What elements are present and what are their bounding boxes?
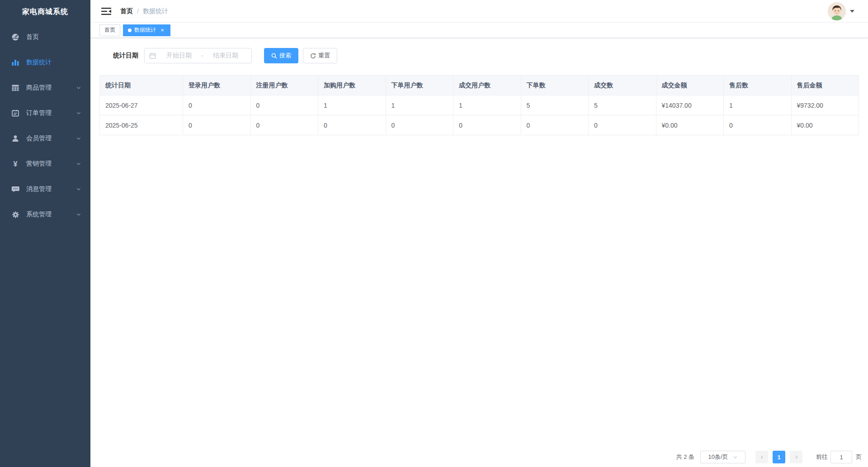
filter-form: 统计日期 开始日期 - 结束日期 搜索 (113, 48, 859, 63)
column-header: 售后金额 (791, 76, 859, 95)
close-icon[interactable]: × (159, 27, 165, 33)
next-page-button[interactable] (790, 451, 802, 463)
sidebar-item-home[interactable]: 首页 (0, 24, 90, 50)
tab-statistics[interactable]: 数据统计 × (123, 24, 170, 36)
cell-registered-users: 0 (250, 95, 318, 115)
filter-label: 统计日期 (113, 52, 138, 60)
statistics-table: 统计日期 登录用户数 注册用户数 加购用户数 下单用户数 成交用户数 下单数 成… (99, 75, 859, 135)
cell-deal-amount: ¥0.00 (656, 115, 724, 135)
page-number-button[interactable]: 1 (773, 451, 785, 463)
breadcrumb-home[interactable]: 首页 (120, 7, 133, 15)
pagination-total: 共 2 条 (676, 453, 694, 461)
sidebar-item-orders[interactable]: 订单管理 (0, 100, 90, 126)
sidebar-item-marketing[interactable]: ¥ 营销管理 (0, 151, 90, 176)
search-icon (271, 53, 277, 59)
reset-button[interactable]: 重置 (303, 48, 337, 63)
sidebar-item-system[interactable]: 系统管理 (0, 202, 90, 227)
column-header: 售后数 (724, 76, 792, 95)
breadcrumb-separator: / (137, 8, 139, 15)
table-row[interactable]: 2025-06-27 0 0 1 1 1 5 5 ¥14037.00 1 ¥97… (100, 95, 859, 115)
refresh-icon (310, 53, 316, 59)
chevron-down-icon (76, 136, 81, 141)
sidebar-item-messages[interactable]: 消息管理 (0, 176, 90, 202)
cell-aftersales: 0 (724, 115, 792, 135)
goto-label: 前往 (816, 453, 828, 461)
breadcrumb: 首页 / 数据统计 (120, 7, 168, 15)
start-date-input[interactable]: 开始日期 (158, 52, 200, 60)
sidebar-menu: 首页 数据统计 商品管理 订单 (0, 24, 90, 227)
reset-button-label: 重置 (318, 52, 330, 60)
bar-chart-icon (11, 58, 20, 67)
tags-view-bar: 首页 数据统计 × (90, 23, 868, 38)
calendar-icon (149, 52, 156, 59)
column-header: 登录用户数 (183, 76, 251, 95)
breadcrumb-current: 数据统计 (143, 7, 168, 15)
pagination: 共 2 条 10条/页 1 前往 页 (676, 451, 862, 463)
cell-date: 2025-06-27 (100, 95, 183, 115)
column-header: 注册用户数 (250, 76, 318, 95)
app-layout: 家电商城系统 首页 数据统计 商品管理 (0, 0, 868, 467)
cell-order-users: 1 (386, 95, 453, 115)
goto-suffix: 页 (856, 453, 862, 461)
goto-page-input[interactable] (830, 451, 852, 463)
sidebar-item-label: 会员管理 (26, 134, 76, 143)
search-button-label: 搜索 (279, 52, 291, 60)
sidebar-item-label: 数据统计 (26, 58, 81, 67)
cell-cart-users: 0 (318, 115, 386, 135)
cell-aftersale-amount: ¥0.00 (791, 115, 859, 135)
sidebar-item-members[interactable]: 会员管理 (0, 126, 90, 151)
active-tab-dot (128, 29, 132, 32)
page-content: 统计日期 开始日期 - 结束日期 搜索 (90, 38, 868, 467)
cell-deals: 5 (589, 95, 656, 115)
order-icon (11, 109, 20, 118)
chevron-down-icon (76, 110, 81, 116)
chevron-down-icon (76, 85, 81, 91)
user-menu-caret-icon[interactable] (850, 10, 854, 13)
gear-icon (11, 210, 20, 219)
prev-page-button[interactable] (755, 451, 768, 463)
column-header: 统计日期 (100, 76, 183, 95)
sidebar: 家电商城系统 首页 数据统计 商品管理 (0, 0, 90, 467)
cell-orders: 5 (521, 95, 589, 115)
chevron-down-icon (76, 161, 81, 167)
page-size-select[interactable]: 10条/页 (700, 451, 745, 463)
tab-home[interactable]: 首页 (99, 24, 120, 36)
table-row[interactable]: 2025-06-25 0 0 0 0 0 0 0 ¥0.00 0 ¥0.00 (100, 115, 859, 135)
end-date-input[interactable]: 结束日期 (204, 52, 247, 60)
cell-order-users: 0 (386, 115, 453, 135)
column-header: 加购用户数 (318, 76, 386, 95)
column-header: 下单用户数 (386, 76, 453, 95)
avatar[interactable] (828, 2, 846, 20)
sidebar-item-label: 订单管理 (26, 109, 76, 117)
column-header: 下单数 (521, 76, 589, 95)
cell-cart-users: 1 (318, 95, 386, 115)
dashboard-icon (11, 33, 20, 42)
cell-login-users: 0 (183, 95, 251, 115)
sidebar-item-label: 商品管理 (26, 84, 76, 92)
cell-aftersales: 1 (724, 95, 792, 115)
cell-deals: 0 (589, 115, 656, 135)
tab-label: 首页 (104, 26, 115, 34)
table-header-row: 统计日期 登录用户数 注册用户数 加购用户数 下单用户数 成交用户数 下单数 成… (100, 76, 859, 95)
user-icon (11, 134, 20, 143)
date-range-separator: - (200, 52, 204, 59)
yen-icon: ¥ (11, 159, 20, 168)
cell-login-users: 0 (183, 115, 251, 135)
sidebar-item-products[interactable]: 商品管理 (0, 75, 90, 100)
search-button[interactable]: 搜索 (264, 48, 298, 63)
sidebar-item-label: 消息管理 (26, 185, 76, 193)
chevron-down-icon (76, 212, 81, 217)
column-header: 成交用户数 (453, 76, 521, 95)
cell-registered-users: 0 (250, 115, 318, 135)
sidebar-collapse-icon[interactable] (101, 7, 111, 15)
app-title: 家电商城系统 (0, 0, 90, 24)
sidebar-item-label: 首页 (26, 33, 81, 41)
sidebar-item-label: 系统管理 (26, 210, 76, 219)
topbar-right (828, 2, 860, 20)
date-range-picker[interactable]: 开始日期 - 结束日期 (144, 48, 252, 63)
sidebar-item-statistics[interactable]: 数据统计 (0, 50, 90, 75)
column-header: 成交金额 (656, 76, 724, 95)
sidebar-item-label: 营销管理 (26, 160, 76, 168)
grid-icon (11, 83, 20, 92)
topbar: 首页 / 数据统计 (90, 0, 868, 23)
